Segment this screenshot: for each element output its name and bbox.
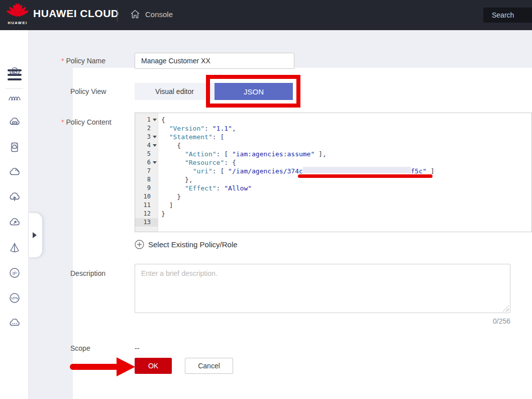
code-line: { — [161, 141, 531, 150]
ip-icon: IP — [8, 266, 21, 279]
sidebar-item-device[interactable] — [8, 141, 21, 154]
vpn-icon: VPN — [8, 291, 21, 305]
visual-editor-tab[interactable]: Visual editor — [135, 83, 215, 100]
cloud-upload-icon — [8, 191, 21, 204]
redacted-text — [303, 167, 411, 173]
console-label: Console — [145, 10, 173, 19]
scope-label: Scope — [70, 344, 90, 352]
sidebar-expand-button[interactable] — [29, 213, 42, 257]
svg-text:IP: IP — [13, 271, 17, 276]
select-existing-policy-label: Select Existing Policy/Role — [148, 240, 238, 249]
required-asterisk: * — [61, 118, 64, 126]
line-number: 12 — [135, 210, 158, 218]
waves-icon — [8, 90, 21, 104]
sidebar-item-cloud-more[interactable] — [8, 317, 21, 330]
policy-content-label: *Policy Content — [61, 118, 112, 126]
policy-content-editor[interactable]: 12345678910111213 { "Version": "1.1", "S… — [135, 113, 532, 232]
page: HUAWEI HUAWEI CLOUD Console Search IPVPN… — [0, 0, 532, 399]
code-line: "Resource": { — [161, 158, 531, 167]
sidebar-item-cloud-container[interactable] — [8, 116, 21, 129]
huawei-flower-icon — [7, 3, 29, 20]
cloud-server-icon — [8, 65, 21, 78]
line-number: 11 — [135, 201, 158, 210]
cloud-more-icon — [8, 317, 21, 330]
code-line: "Version": "1.1", — [161, 124, 531, 133]
code-line: "Statement": [ — [161, 133, 531, 141]
line-number: 10 — [135, 192, 158, 201]
cloud-sync-icon — [8, 216, 21, 229]
sidebar: IPVPN — [0, 30, 29, 399]
textarea-resize-handle[interactable] — [503, 306, 509, 312]
sidebar-item-waves[interactable] — [8, 90, 21, 104]
brand-title: HUAWEI CLOUD — [33, 8, 119, 20]
sidebar-item-vpn[interactable]: VPN — [8, 291, 21, 305]
cloud-container-icon — [8, 116, 21, 129]
sidebar-item-cloud-sync[interactable] — [8, 216, 21, 229]
chevron-right-icon — [33, 232, 37, 238]
code-line: { — [161, 116, 531, 124]
sidebar-item-cloud[interactable] — [8, 166, 21, 179]
policy-name-input[interactable] — [135, 53, 294, 69]
code-line: } — [161, 210, 531, 218]
fold-arrow-icon[interactable] — [153, 136, 157, 138]
fold-arrow-icon[interactable] — [153, 119, 157, 121]
line-number: 1 — [135, 116, 158, 124]
line-number: 2 — [135, 124, 158, 133]
cloud-icon — [8, 166, 21, 179]
device-icon — [8, 141, 21, 154]
select-existing-policy-link[interactable]: Select Existing Policy/Role — [135, 240, 238, 249]
topbar-divider — [117, 9, 118, 22]
code-line: "uri": [ "/iam/agencies/374cf5c" ] — [161, 167, 531, 175]
policy-view-toggle: Visual editor JSON — [135, 83, 293, 100]
sidebar-item-pyramid[interactable] — [8, 241, 21, 254]
topbar: HUAWEI HUAWEI CLOUD Console Search — [0, 0, 532, 30]
pyramid-icon — [8, 241, 21, 254]
fold-arrow-icon[interactable] — [153, 161, 157, 164]
sidebar-item-cloud-server[interactable] — [8, 65, 21, 78]
fold-arrow-icon[interactable] — [153, 144, 157, 147]
sidebar-item-ip[interactable]: IP — [8, 266, 21, 279]
description-textarea[interactable] — [135, 264, 510, 313]
description-char-counter: 0/256 — [450, 317, 510, 325]
code-line: } — [161, 192, 531, 201]
ok-button[interactable]: OK — [135, 358, 172, 374]
sidebar-divider — [6, 88, 23, 89]
huawei-logo-word: HUAWEI — [8, 21, 28, 25]
line-number: 7 — [135, 167, 158, 175]
description-label: Description — [70, 269, 105, 277]
line-number: 8 — [135, 175, 158, 184]
line-number: 13 — [135, 218, 158, 227]
line-number: 6 — [135, 158, 158, 167]
code-line: "Action": [ "iam:agencies:assume" ], — [161, 150, 531, 158]
policy-name-label: *Policy Name — [61, 57, 105, 65]
search-input[interactable]: Search — [483, 8, 532, 23]
line-number: 3 — [135, 133, 158, 141]
home-icon — [130, 9, 141, 20]
policy-view-label: Policy View — [70, 87, 106, 95]
required-asterisk: * — [61, 57, 64, 65]
plus-circle-icon — [135, 240, 144, 249]
editor-gutter: 12345678910111213 — [135, 113, 158, 232]
editor-code[interactable]: { "Version": "1.1", "Statement": [ { "Ac… — [158, 113, 531, 232]
svg-text:VPN: VPN — [11, 296, 18, 300]
line-number: 5 — [135, 150, 158, 158]
sidebar-item-cloud-upload[interactable] — [8, 191, 21, 204]
line-number: 4 — [135, 141, 158, 150]
code-line: }, — [161, 175, 531, 184]
code-line: "Effect": "Allow" — [161, 184, 531, 192]
code-line — [161, 218, 531, 227]
code-line: ] — [161, 201, 531, 210]
line-number: 9 — [135, 184, 158, 192]
scope-value: -- — [135, 344, 139, 352]
console-nav[interactable]: Console — [130, 9, 173, 20]
json-tab[interactable]: JSON — [215, 83, 293, 100]
huawei-logo: HUAWEI — [5, 3, 30, 27]
cancel-button[interactable]: Cancel — [185, 358, 233, 374]
